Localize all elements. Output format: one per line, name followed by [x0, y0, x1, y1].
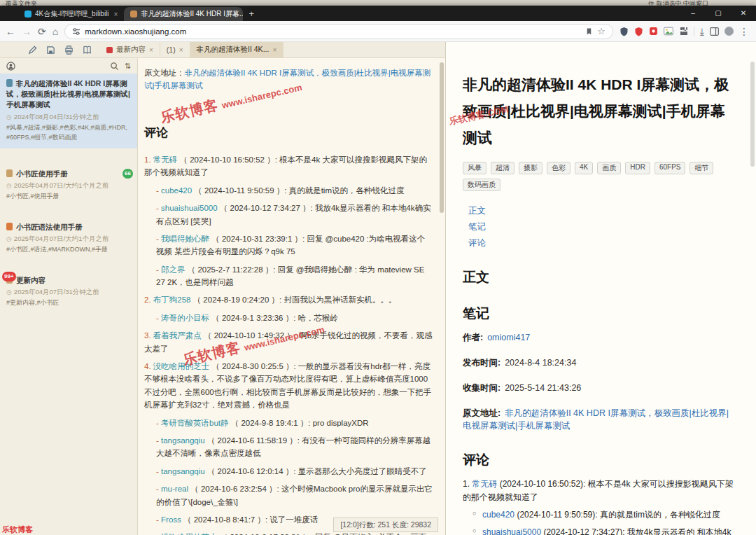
extension-shield-dark-icon[interactable]	[620, 27, 629, 36]
toc-link[interactable]: 评论	[468, 236, 735, 251]
editor-toolbar	[0, 42, 100, 57]
preview-scrollbar[interactable]	[750, 62, 755, 167]
sidebar-item-date: ◷2024年08月04日/31分钟之前	[6, 113, 130, 122]
browser-tab-active[interactable]: 非凡的超清体验II 4K HDR I屏幕... ×	[124, 7, 243, 21]
origin-link[interactable]: 非凡的超清体验II 4K HDR I屏幕测试，极致画质|杜比视界|电视屏幕测试|…	[463, 408, 729, 431]
sidebar-item-date: ◷2025年04月07日/31分钟之前	[6, 288, 130, 297]
extension-red-square-icon[interactable]	[649, 27, 658, 36]
url-text: markdown.xiaoshujiang.com	[85, 27, 186, 36]
browser-tab-bilibili[interactable]: 4K合集-哔哩哔哩_bilibili ×	[18, 7, 124, 21]
sidebar-item[interactable]: 66小书匠使用手册◷2025年04月07日/大约1个月之前#小书匠,#使用手册	[0, 164, 137, 207]
user-avatar-icon[interactable]	[6, 62, 15, 71]
forward-icon[interactable]: →	[22, 27, 31, 36]
clock-icon: ◷	[6, 289, 12, 296]
browser-tab-label: 非凡的超清体验II 4K HDR I屏幕...	[141, 9, 243, 19]
background-text-left: 覆盖文件夹	[6, 0, 37, 6]
document-icon	[6, 79, 13, 87]
comment-author-link[interactable]: cube420	[482, 510, 514, 520]
close-window-button[interactable]: ✕	[731, 6, 756, 21]
print-icon[interactable]	[64, 46, 74, 55]
comment-author-link[interactable]: 郎之界	[161, 265, 186, 274]
browser-menu-icon[interactable]: ⋮	[739, 27, 749, 36]
editor-comment-line: 3. 看着我严肃点 （ 2024-10-10 1:49:32 ）: 啊b亲手锐化…	[144, 329, 433, 355]
image-extension-icon[interactable]	[664, 27, 673, 36]
editor-reply-line: - 考研背酸英语but静 （ 2024-9-8 19:4:1 ）: pro di…	[144, 417, 433, 429]
editor-tab-active[interactable]: 非凡的超清体验II 4K... ×	[190, 42, 284, 57]
sidebar-item-tags: #小书匠,#语法,#MARKDOWN,#手册	[6, 245, 130, 255]
comment-author-link[interactable]: shuaishuai5000	[482, 527, 541, 535]
comment-author-link[interactable]: 涛哥的小目标	[161, 314, 209, 322]
sidebar-item[interactable]: 99+更新内容◷2025年04月07日/31分钟之前#更新内容,#小书匠	[0, 270, 137, 314]
preview-reply: cube420 (2024-10-11 9:50:59): 真的就是tim说的，…	[472, 508, 735, 522]
site-info-icon[interactable]	[72, 27, 80, 36]
author-link[interactable]: omiomi417	[487, 333, 530, 342]
new-tab-button[interactable]: +	[248, 8, 254, 19]
comment-author-link[interactable]: 考研背酸英语but静	[161, 419, 229, 427]
comment-author-link[interactable]: tangsangqiu	[161, 436, 205, 445]
sidebar-item[interactable]: 小书匠语法使用手册◷2025年04月07日/大约1个月之前#小书匠,#语法,#M…	[0, 217, 137, 260]
comment-author-link[interactable]: Fross	[161, 515, 181, 524]
comment-author-link[interactable]: mu-real	[161, 485, 188, 493]
comment-author-link[interactable]: 我唱得她心醉	[161, 235, 209, 243]
back-icon[interactable]: ←	[6, 27, 15, 36]
editor-scrollbar[interactable]	[440, 62, 444, 213]
toc-link[interactable]: 正文	[468, 204, 735, 218]
sort-icon[interactable]: ⇅	[125, 62, 131, 71]
editor-comments-heading: 评论	[144, 123, 433, 142]
meta-publish-time: 发布时间:2024-8-4 18:24:34	[463, 356, 735, 370]
comment-author-link[interactable]: cube420	[161, 186, 192, 195]
editor-tab-latest[interactable]: 最新内容 ×	[100, 42, 160, 57]
save-icon[interactable]	[46, 46, 55, 55]
tag-pill: 60FPS	[654, 162, 686, 174]
document-icon	[6, 169, 13, 177]
close-icon[interactable]: ×	[272, 46, 276, 54]
profile-avatar[interactable]	[724, 27, 734, 36]
book-icon[interactable]	[83, 46, 92, 55]
maximize-button[interactable]: ▢	[706, 6, 731, 21]
tag-pill: 数码画质	[463, 179, 500, 191]
comment-author-link[interactable]: shuaishuai5000	[161, 204, 218, 212]
close-icon[interactable]: ×	[114, 11, 118, 18]
close-icon[interactable]: ×	[149, 46, 153, 54]
address-bar[interactable]: markdown.xiaoshujiang.com ☆	[64, 24, 613, 39]
home-icon[interactable]: ⌂	[52, 27, 58, 36]
comment-author-link[interactable]: 常无碍	[153, 155, 178, 164]
comment-author-link[interactable]: 没吃啥用的芝士	[153, 362, 210, 370]
meta-author: 作者:omiomi417	[463, 331, 735, 345]
background-text-right: 住 取消选中 中间窗口	[648, 0, 708, 6]
bookmark-icon[interactable]	[585, 27, 593, 36]
editor-reply-line: - mu-real （ 2024-10-6 23:2:54 ）: 这个时候Mac…	[144, 482, 433, 508]
reload-icon[interactable]: ⟳	[38, 27, 46, 36]
clock-icon: ◷	[6, 113, 12, 120]
sidebar-item-tags: #更新内容,#小书匠	[6, 298, 130, 308]
preview-comment: 1. 常无碍 (2024-10-10 16:50:52): 根本不是4k 大家可…	[463, 478, 735, 535]
markdown-editor[interactable]: 原文地址：非凡的超清体验II 4K HDR I屏幕测试，极致画质|杜比视界|电视…	[138, 58, 445, 535]
site-favicon	[130, 11, 137, 18]
watermark-corner: 乐软博客	[2, 524, 33, 535]
puzzle-extensions-icon[interactable]	[679, 27, 688, 36]
edit-pen-icon[interactable]	[28, 46, 37, 55]
comment-author-link[interactable]: 布丁狗258	[153, 296, 191, 304]
editor-status-bar: [12:0]行数: 251 长度: 29832	[333, 517, 438, 532]
editor-tab-1[interactable]: (1) ×	[160, 42, 190, 57]
origin-link[interactable]: 非凡的超清体验II 4K HDR I屏幕测试，极致画质|杜比视界|电视屏幕测试|…	[144, 69, 430, 90]
close-icon[interactable]: ×	[179, 46, 183, 54]
adguard-shield-icon[interactable]	[634, 27, 643, 36]
preview-reply: shuaishuai5000 (2024-10-12 7:34:27): 我放4…	[472, 526, 735, 535]
star-icon[interactable]: ☆	[597, 27, 606, 36]
side-panel-icon[interactable]	[710, 27, 719, 36]
preview-comments: 1. 常无碍 (2024-10-10 16:50:52): 根本不是4k 大家可…	[463, 478, 735, 535]
browser-tab-strip: 4K合集-哔哩哔哩_bilibili × 非凡的超清体验II 4K HDR I屏…	[0, 6, 756, 21]
search-icon[interactable]	[110, 62, 119, 71]
comment-author-link[interactable]: tangsangqiu	[161, 467, 205, 475]
download-icon[interactable]: ⤓	[700, 27, 704, 36]
comment-author-link[interactable]: 看着我严肃点	[153, 331, 202, 340]
sidebar-item-title: 更新内容	[16, 276, 46, 284]
minimize-button[interactable]: –	[680, 6, 706, 21]
tag-pill: 超清	[491, 162, 514, 174]
toc-link[interactable]: 笔记	[468, 220, 735, 235]
comment-author-link[interactable]: 常无碍	[472, 479, 497, 489]
editor-reply-line: - 我唱得她心醉 （ 2024-10-31 23:39:1 ）: 回复 @cub…	[144, 232, 433, 258]
meta-collect-time: 收集时间:2025-5-14 21:43:26	[463, 382, 735, 395]
sidebar-item[interactable]: 非凡的超清体验II 4K HDR I屏幕测试，极致画质|杜比视界|电视屏幕测试|…	[0, 74, 137, 148]
